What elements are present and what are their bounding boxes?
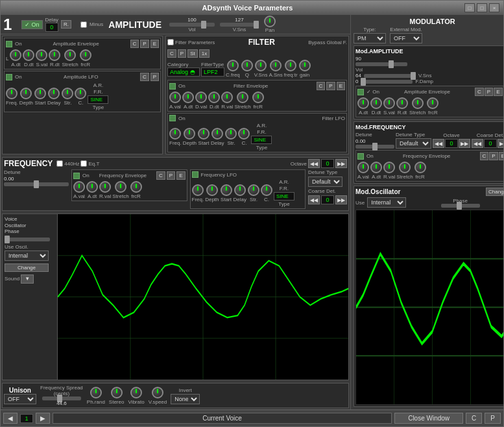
mod-coarse-prev-btn[interactable]: ◀◀: [472, 139, 483, 148]
filter-st-btn[interactable]: St: [187, 49, 198, 58]
category-value[interactable]: Analog ◓: [167, 67, 200, 77]
mod-osc-change-btn[interactable]: Change: [486, 188, 503, 196]
filter-1x-btn[interactable]: 1x: [199, 49, 210, 58]
mod-vol-slider[interactable]: [355, 62, 407, 66]
amp-ddt-knob[interactable]: [23, 49, 34, 61]
octave-prev-btn[interactable]: ◀◀: [308, 159, 320, 168]
mfenv-rval-knob[interactable]: [383, 162, 395, 173]
freqenv-adt-knob[interactable]: [86, 181, 98, 193]
close-window-bottom-btn[interactable]: Close Window: [394, 413, 463, 424]
freqlfo-str-knob[interactable]: [248, 184, 259, 196]
fenv-frcr-knob[interactable]: [252, 92, 264, 103]
freq-env-on[interactable]: [73, 173, 80, 179]
amp-frcr-knob[interactable]: [80, 49, 91, 61]
stereo-knob[interactable]: [111, 387, 123, 398]
phrand-knob[interactable]: [90, 387, 102, 398]
amp-lfo-str-knob[interactable]: [62, 88, 73, 99]
filter-lfo-on[interactable]: [169, 115, 176, 121]
filter-gain-knob[interactable]: [299, 60, 311, 71]
unison-select[interactable]: OFF: [4, 394, 36, 404]
q-knob[interactable]: [241, 60, 253, 71]
fenv-dval-knob[interactable]: [195, 92, 207, 103]
amp-rdt-knob[interactable]: [49, 49, 60, 61]
phase-slider[interactable]: [5, 238, 50, 241]
maenv-rdt-knob[interactable]: [396, 97, 408, 109]
freqlfo-freq-knob[interactable]: [192, 184, 204, 196]
mod-phase-slider[interactable]: [441, 204, 480, 208]
mod-fdamp-slider[interactable]: [361, 80, 413, 84]
freqenv-stretch-knob[interactable]: [115, 181, 126, 193]
mod-oct-next-btn[interactable]: ▶▶: [459, 139, 470, 148]
freqenv-frcr-knob[interactable]: [130, 181, 142, 193]
freqlfo-delay-knob[interactable]: [234, 184, 246, 196]
mod-detune-slider[interactable]: [355, 145, 394, 149]
next-voice-btn[interactable]: ▶: [36, 413, 50, 424]
r-button[interactable]: R.: [61, 20, 71, 29]
eqt-checkbox[interactable]: [80, 160, 87, 167]
ext-mod-select[interactable]: OFF: [390, 33, 422, 43]
amp-env-c-btn[interactable]: C: [130, 40, 139, 48]
maenv-p-btn[interactable]: P: [485, 88, 493, 96]
flfo-delay-knob[interactable]: [211, 128, 223, 140]
mfenv-aval-knob[interactable]: [357, 162, 369, 173]
use-oscil-select[interactable]: Internal: [5, 250, 49, 261]
maenv-stretch-knob[interactable]: [412, 97, 424, 109]
c-btn[interactable]: C: [466, 413, 482, 424]
change-btn[interactable]: Change: [5, 263, 49, 272]
mfenv-frcr-knob[interactable]: [414, 162, 426, 173]
fenv-stretch-knob[interactable]: [237, 92, 248, 103]
amp-sval-knob[interactable]: [36, 49, 47, 61]
mod-detune-type-select[interactable]: Default: [396, 138, 431, 149]
amp-env-on-checkbox[interactable]: [6, 41, 12, 47]
close-window-btn[interactable]: ×: [489, 3, 499, 12]
detune-type-select[interactable]: Default: [308, 177, 342, 187]
mod-type-select[interactable]: PM: [354, 33, 386, 43]
pan-knob[interactable]: [264, 16, 276, 27]
fenv-rval-knob[interactable]: [221, 92, 233, 103]
window-controls[interactable]: □ □ ×: [464, 3, 499, 12]
hz440-checkbox[interactable]: [56, 160, 63, 167]
filter-c-btn[interactable]: C: [167, 49, 176, 58]
maenv-c-btn[interactable]: C: [475, 88, 484, 96]
invert-select[interactable]: None: [171, 394, 200, 404]
freqenv-aval-knob[interactable]: [73, 181, 85, 193]
filter-avsns-knob[interactable]: [270, 60, 282, 71]
filter-type-value[interactable]: LPF2: [201, 67, 224, 77]
mod-use-select[interactable]: Internal: [367, 197, 406, 208]
fenv-aval-knob[interactable]: [169, 92, 181, 103]
amp-lfo-c-knob[interactable]: [75, 88, 86, 99]
cfreq-knob[interactable]: [227, 60, 239, 71]
maenv-sval-knob[interactable]: [383, 97, 395, 109]
p-btn[interactable]: P: [485, 413, 501, 424]
mod-freq-env-on[interactable]: [357, 153, 364, 160]
amp-stretch-knob[interactable]: [64, 49, 76, 61]
maenv-ddt-knob[interactable]: [370, 97, 382, 109]
filter-on-checkbox[interactable]: [167, 39, 174, 45]
voice-on-button[interactable]: ✓ On: [21, 20, 43, 29]
mfenv-e-btn[interactable]: E: [499, 152, 503, 160]
flfo-depth-knob[interactable]: [184, 128, 195, 140]
mfenv-stretch-knob[interactable]: [399, 162, 411, 173]
flfo-freq-knob[interactable]: [169, 128, 181, 140]
freqenv-c-btn[interactable]: C: [156, 171, 165, 180]
amp-env-e-btn[interactable]: E: [150, 40, 159, 48]
filter-p-btn[interactable]: P: [178, 49, 186, 58]
coarse-prev-btn[interactable]: ◀◀: [308, 195, 320, 204]
filter-freqtr-knob[interactable]: [285, 60, 296, 71]
maenv-frcr-knob[interactable]: [427, 97, 438, 109]
minimize-btn[interactable]: □: [464, 3, 475, 12]
mfenv-c-btn[interactable]: C: [480, 152, 489, 160]
filter-vsns-knob[interactable]: [255, 60, 267, 71]
mod-coarse-next-btn[interactable]: ▶▶: [498, 139, 503, 148]
fenv-c-btn[interactable]: C: [317, 82, 326, 90]
sound-down-btn[interactable]: ▼: [21, 274, 34, 284]
freqenv-e-btn[interactable]: E: [176, 171, 185, 180]
fenv-ddt-knob[interactable]: [208, 92, 220, 103]
amp-lfo-start-knob[interactable]: [34, 88, 46, 99]
flfo-start-knob[interactable]: [198, 128, 210, 140]
filter-env-on[interactable]: [169, 83, 176, 90]
mod-oct-prev-btn[interactable]: ◀◀: [433, 139, 444, 148]
maenv-e-btn[interactable]: E: [494, 88, 502, 96]
maximize-btn[interactable]: □: [477, 3, 487, 12]
freq-lfo-on[interactable]: [192, 171, 198, 178]
